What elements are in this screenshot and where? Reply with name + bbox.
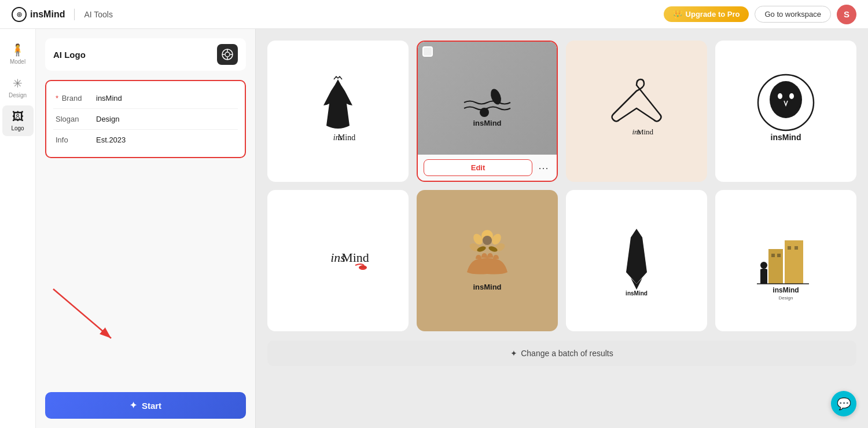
svg-text:insMind: insMind bbox=[473, 283, 501, 291]
svg-point-42 bbox=[760, 262, 767, 269]
start-button[interactable]: ✦ Start bbox=[45, 392, 246, 419]
sidebar-rail: 🧍 Model ✳ Design 🖼 Logo bbox=[0, 29, 36, 428]
logo-card-3-inner: ins Mind bbox=[566, 41, 707, 182]
sidebar-item-logo[interactable]: 🖼 Logo bbox=[2, 105, 34, 136]
upgrade-button[interactable]: 👑 Upgrade to Pro bbox=[664, 6, 749, 22]
logo-card-4[interactable]: insMind bbox=[715, 41, 856, 182]
brand-row: * Brand bbox=[53, 88, 238, 109]
svg-text:insMind: insMind bbox=[473, 119, 501, 127]
svg-text:insMind: insMind bbox=[773, 286, 799, 294]
chat-icon: 💬 bbox=[837, 397, 851, 411]
ai-logo-icon bbox=[221, 48, 234, 61]
header-subtitle: AI Tools bbox=[84, 10, 113, 19]
logo-card-7[interactable]: insMind bbox=[566, 190, 707, 331]
svg-point-1 bbox=[225, 52, 230, 57]
svg-rect-41 bbox=[795, 246, 798, 250]
svg-text:Mind: Mind bbox=[637, 127, 654, 136]
card-2-checkbox[interactable] bbox=[422, 46, 433, 57]
panel-title: AI Logo bbox=[53, 50, 86, 60]
svg-rect-40 bbox=[788, 246, 791, 250]
sidebar-label-design: Design bbox=[9, 92, 27, 98]
header-right: 👑 Upgrade to Pro Go to workspace S bbox=[664, 5, 856, 24]
batch-label: Change a batch of results bbox=[521, 349, 613, 358]
sidebar-item-design[interactable]: ✳ Design bbox=[2, 72, 34, 103]
brand-input[interactable] bbox=[96, 94, 236, 103]
svg-marker-32 bbox=[631, 229, 642, 237]
brand-form: * Brand Slogan Info bbox=[45, 80, 246, 158]
logo-card-8[interactable]: insMind Design bbox=[715, 190, 856, 331]
slogan-label: Slogan bbox=[56, 115, 96, 123]
arrow-annotation bbox=[47, 283, 134, 353]
batch-button[interactable]: ✦ Change a batch of results bbox=[267, 341, 856, 366]
start-icon: ✦ bbox=[130, 400, 137, 411]
svg-rect-36 bbox=[768, 249, 783, 284]
design-icon: ✳ bbox=[13, 76, 23, 90]
user-avatar[interactable]: S bbox=[837, 5, 856, 24]
logo-card-1-inner: ins Mind bbox=[267, 41, 409, 182]
svg-point-11 bbox=[480, 108, 489, 117]
main-layout: 🧍 Model ✳ Design 🖼 Logo AI Logo bbox=[0, 29, 868, 428]
info-row: Info bbox=[53, 130, 238, 150]
avatar-letter: S bbox=[844, 9, 849, 19]
batch-icon: ✦ bbox=[510, 349, 517, 358]
brand-label: * Brand bbox=[56, 94, 96, 103]
script-logo-svg: ins Mind bbox=[300, 237, 376, 284]
left-panel: AI Logo * Brand bbox=[36, 29, 256, 428]
building-logo-svg: insMind Design bbox=[751, 220, 821, 301]
info-label: Info bbox=[56, 136, 96, 144]
beard-logo-svg: insMind bbox=[751, 71, 821, 152]
header: ◎ insMind AI Tools 👑 Upgrade to Pro Go t… bbox=[0, 0, 868, 29]
slogan-row: Slogan bbox=[53, 109, 238, 130]
svg-point-17 bbox=[778, 93, 782, 99]
panel-header: AI Logo bbox=[45, 38, 246, 71]
logo-card-2[interactable]: insMind Edit ⋯ bbox=[417, 41, 558, 182]
svg-text:Mind: Mind bbox=[338, 133, 355, 142]
upgrade-label: Upgrade to Pro bbox=[686, 10, 740, 19]
header-divider bbox=[74, 9, 75, 20]
start-label: Start bbox=[142, 401, 161, 411]
model-icon: 🧍 bbox=[10, 43, 25, 57]
logo-card-8-inner: insMind Design bbox=[715, 190, 856, 331]
svg-text:insMind: insMind bbox=[626, 290, 648, 297]
svg-text:insMind: insMind bbox=[771, 133, 801, 142]
more-button[interactable]: ⋯ bbox=[536, 162, 551, 174]
panel-logo-icon bbox=[217, 44, 238, 65]
workspace-label: Go to workspace bbox=[764, 10, 821, 19]
svg-rect-37 bbox=[785, 240, 803, 284]
logo-card-3[interactable]: ins Mind bbox=[566, 41, 707, 182]
fashion-logo-svg: ins Mind bbox=[309, 74, 367, 149]
logo-card-1[interactable]: ins Mind bbox=[267, 41, 409, 182]
header-left: ◎ insMind AI Tools bbox=[12, 7, 113, 22]
logo-card-6-inner: insMind bbox=[417, 190, 558, 331]
edit-button[interactable]: Edit bbox=[424, 159, 532, 176]
svg-marker-33 bbox=[626, 237, 647, 284]
sidebar-label-model: Model bbox=[10, 58, 25, 65]
brand-label-text: Brand bbox=[62, 94, 82, 103]
chat-bubble[interactable]: 💬 bbox=[831, 391, 856, 416]
sidebar-label-logo: Logo bbox=[11, 125, 24, 131]
svg-point-28 bbox=[483, 236, 492, 245]
flower-logo-svg: insMind bbox=[453, 217, 522, 304]
logo-card-5-inner: ins Mind bbox=[267, 190, 409, 331]
logo-card-4-inner: insMind bbox=[715, 41, 856, 182]
logo-nav-icon: 🖼 bbox=[12, 110, 24, 123]
required-mark: * bbox=[56, 94, 58, 103]
svg-rect-39 bbox=[777, 254, 781, 257]
workspace-button[interactable]: Go to workspace bbox=[755, 6, 831, 23]
app-logo: ◎ insMind bbox=[12, 7, 65, 22]
logo-grid: ins Mind insMi bbox=[267, 41, 856, 331]
svg-rect-38 bbox=[771, 254, 775, 257]
logo-card-7-inner: insMind bbox=[566, 190, 707, 331]
slogan-input[interactable] bbox=[96, 115, 236, 123]
tie-logo-svg: insMind bbox=[613, 220, 660, 301]
logo-card-6[interactable]: insMind bbox=[417, 190, 558, 331]
svg-point-18 bbox=[789, 93, 794, 99]
logo-card-5[interactable]: ins Mind bbox=[267, 190, 409, 331]
sidebar-item-model[interactable]: 🧍 Model bbox=[2, 38, 34, 69]
crown-icon: 👑 bbox=[673, 10, 682, 19]
info-input[interactable] bbox=[96, 136, 236, 144]
wave-logo-svg: insMind bbox=[453, 76, 522, 146]
svg-line-7 bbox=[53, 289, 111, 338]
logo-name: insMind bbox=[30, 9, 65, 20]
logo-icon: ◎ bbox=[12, 7, 27, 22]
